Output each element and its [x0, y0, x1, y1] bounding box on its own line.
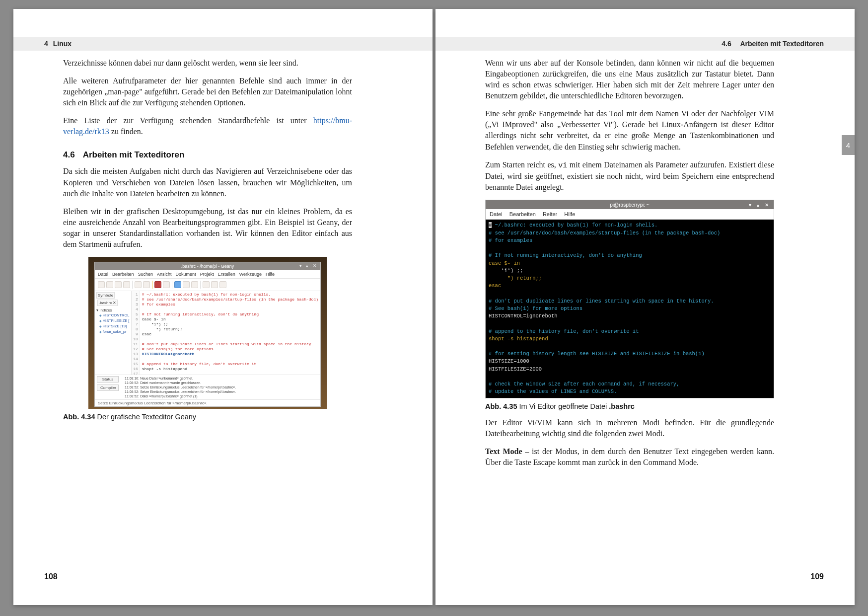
menu-item: Hilfe — [564, 211, 575, 217]
page-left: 4 Linux Verzeichnisse können dabei nur d… — [13, 9, 433, 605]
compile-icon — [174, 281, 181, 288]
run-icon — [191, 281, 198, 288]
close-icon — [143, 281, 150, 288]
back-icon — [154, 281, 161, 288]
terminal: # ~/.bashrc: executed by bash(1) for non… — [486, 220, 774, 397]
menu-item: Projekt — [200, 272, 214, 277]
running-head-left: 4 Linux — [13, 37, 433, 51]
menu-bar: DateiBearbeitenReiterHilfe — [486, 209, 774, 220]
figure-caption: Abb. 4.35 Im Vi Editor geöffnete Datei .… — [485, 402, 774, 410]
menu-item: Datei — [98, 272, 108, 277]
menu-item: Werkzeuge — [239, 272, 262, 277]
menu-item: Bearbeiten — [509, 211, 536, 217]
menu-bar: DateiBearbeitenSuchenAnsichtDokumentProj… — [95, 270, 320, 279]
figure-caption: Abb. 4.34 Der grafische Texteditor Geany — [63, 413, 352, 421]
chapter-num: 4 — [44, 40, 48, 48]
symbol-item: HISTSIZE [19] — [96, 323, 130, 329]
menu-item: Dokument — [176, 272, 196, 277]
window-buttons-icon: ▾ ▴ ✕ — [299, 263, 318, 268]
sidebar: Symbole .bashrc ✕ ▾ Indizes HISTCONTROLH… — [95, 291, 132, 375]
menu-item: Reiter — [543, 211, 557, 217]
running-head-right: 4.6 Arbeiten mit Texteditoren — [435, 37, 855, 51]
menu-item: Datei — [490, 211, 503, 217]
symbol-item: HISTCONTROL — [96, 312, 130, 318]
save-icon — [115, 281, 122, 288]
window-titlebar: pi@raspberrypi: ~ ▾ ▴ ✕ — [486, 200, 774, 209]
forward-icon — [163, 281, 170, 288]
status-bar: Setze Einrückungsmodus Leerzeichen für »… — [95, 399, 320, 406]
page-right: 4.6 Arbeiten mit Texteditoren 4 Wenn wir… — [435, 9, 855, 605]
new-icon — [98, 281, 105, 288]
para: Eine sehr große Fangemeinde hat das Tool… — [485, 108, 774, 152]
toolbar — [95, 279, 320, 291]
para: Wenn wir uns aber auf der Konsole befind… — [485, 58, 774, 101]
figure-vi: pi@raspberrypi: ~ ▾ ▴ ✕ DateiBearbeitenR… — [485, 200, 774, 398]
chapter-title: Linux — [53, 40, 72, 48]
para: Da sich die meisten Aufgaben nicht durch… — [63, 166, 352, 199]
page-number: 109 — [810, 572, 824, 581]
symbol-item: force_color_pr — [96, 329, 130, 334]
build-icon — [183, 281, 190, 288]
menu-item: Ansicht — [157, 272, 172, 277]
status-panel: Status Compiler 11:08:16: Neue Datei »un… — [95, 375, 320, 399]
menu-item: Hilfe — [266, 272, 275, 277]
para: Bleiben wir in der grafischen Desktopumg… — [63, 206, 352, 250]
goto-icon — [219, 281, 226, 288]
color-icon — [203, 281, 210, 288]
section-heading: 4.6Arbeiten mit Texteditoren — [63, 150, 352, 160]
menu-item: Bearbeiten — [112, 272, 134, 277]
para: Der Editor Vi/VIM kann sich in mehreren … — [485, 417, 774, 439]
code-vi: vi — [558, 161, 567, 170]
menu-item: Erstellen — [218, 272, 235, 277]
thumb-tab: 4 — [842, 135, 855, 155]
para: Verzeichnisse können dabei nur dann gelö… — [63, 58, 352, 69]
search-icon — [211, 281, 218, 288]
open-icon — [106, 281, 113, 288]
code-editor: 1234567891011121314151617181920 # ~/.bas… — [132, 291, 320, 375]
page-number: 108 — [44, 572, 58, 581]
figure-geany: .bashrc - /home/pi - Geany ▾ ▴ ✕ DateiBe… — [88, 257, 327, 409]
reload-icon — [135, 281, 142, 288]
para: Eine Liste der zur Verfügung stehenden S… — [63, 115, 352, 137]
para: Text Mode – ist der Modus, in dem durch … — [485, 446, 774, 468]
symbol-item: HISTFILESIZE [ — [96, 318, 130, 323]
window-buttons-icon: ▾ ▴ ✕ — [749, 202, 771, 208]
para: Zum Starten reicht es, vi mit einem Date… — [485, 159, 774, 193]
window-titlebar: .bashrc - /home/pi - Geany ▾ ▴ ✕ — [95, 262, 320, 270]
para: Alle weiteren Aufrufparameter der hier g… — [63, 76, 352, 108]
menu-item: Suchen — [138, 272, 153, 277]
saveall-icon — [123, 281, 130, 288]
